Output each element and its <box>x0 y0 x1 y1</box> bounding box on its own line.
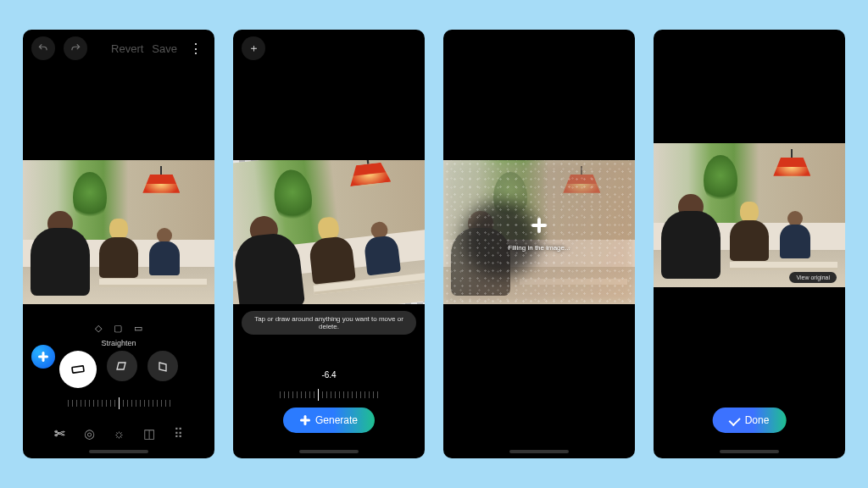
magic-editor-result-screen: View original Done <box>654 30 845 458</box>
angle-dial[interactable] <box>233 386 425 403</box>
photo-preview[interactable] <box>654 143 845 287</box>
restaurant-scene-image <box>23 160 214 304</box>
top-bar <box>654 30 845 67</box>
editor-tab-bar: ✄ ◎ ☼ ◫ ⠿ <box>23 426 214 441</box>
revert-button[interactable]: Revert <box>111 42 143 55</box>
magic-editor-loading-screen: Filling in the image... <box>443 30 635 458</box>
magic-editor-select-screen: ＋ Tap or draw around anything you want t… <box>233 30 425 458</box>
skew-horizontal-button[interactable] <box>107 351 137 381</box>
aspect-square-icon[interactable]: ▭ <box>134 323 142 334</box>
tab-more-icon[interactable]: ⠿ <box>174 426 183 441</box>
check-icon <box>729 414 741 426</box>
add-button[interactable]: ＋ <box>242 36 265 60</box>
sparkle-fab[interactable] <box>31 345 55 369</box>
generate-button-label: Generate <box>315 414 358 426</box>
angle-value: -6.4 <box>233 370 425 380</box>
selection-hint: Tap or draw around anything you want to … <box>242 311 416 335</box>
photo-editor-crop-screen: Revert Save ⋮ ◇ ▢ ▭ Straighten <box>23 30 214 458</box>
aspect-free-icon[interactable]: ◇ <box>95 323 102 334</box>
photo-preview[interactable] <box>233 160 425 304</box>
home-indicator <box>89 450 148 453</box>
skew-vertical-button[interactable] <box>147 351 178 381</box>
photo-preview: Filling in the image... <box>443 160 635 304</box>
restaurant-scene-image <box>654 143 845 287</box>
sparkle-icon <box>38 352 48 362</box>
svg-rect-0 <box>72 366 84 373</box>
top-bar: ＋ <box>233 30 425 67</box>
redo-button[interactable] <box>64 36 87 60</box>
tab-light-icon[interactable]: ☼ <box>114 426 125 441</box>
tab-crop-icon[interactable]: ✄ <box>54 426 65 441</box>
sparkle-icon <box>300 415 310 425</box>
overflow-menu-button[interactable]: ⋮ <box>186 41 206 57</box>
home-indicator <box>299 450 359 453</box>
tab-adjust-icon[interactable]: ◎ <box>84 426 95 441</box>
sparkle-icon <box>531 218 547 233</box>
straighten-button[interactable] <box>59 351 97 388</box>
save-button[interactable]: Save <box>152 42 177 55</box>
top-bar <box>443 30 635 67</box>
filling-label: Filling in the image... <box>508 244 570 252</box>
undo-button[interactable] <box>31 36 55 60</box>
restaurant-scene-image <box>233 160 425 304</box>
home-indicator <box>509 450 569 453</box>
generate-button[interactable]: Generate <box>283 408 375 433</box>
view-original-chip[interactable]: View original <box>789 272 837 283</box>
done-button[interactable]: Done <box>713 408 787 433</box>
angle-dial[interactable] <box>23 395 214 412</box>
photo-preview[interactable] <box>23 160 214 304</box>
straighten-label: Straighten <box>23 339 214 347</box>
top-bar: Revert Save ⋮ <box>23 30 214 67</box>
tab-filter-icon[interactable]: ◫ <box>143 426 155 441</box>
done-button-label: Done <box>745 414 770 426</box>
aspect-original-icon[interactable]: ▢ <box>114 323 122 334</box>
aspect-mode-row: ◇ ▢ ▭ <box>23 323 214 334</box>
home-indicator <box>720 450 779 453</box>
